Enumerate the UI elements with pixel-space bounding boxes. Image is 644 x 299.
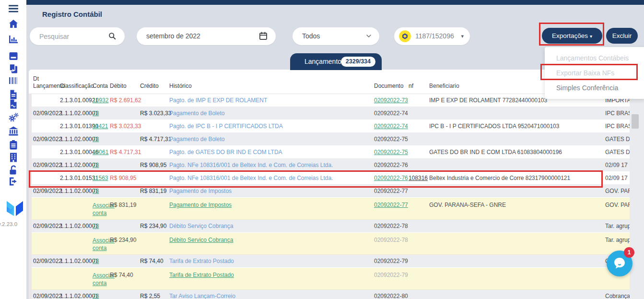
historico-text: Pagto. NFe 108316/001 de Beltex Ind. e C… [169, 162, 371, 168]
historico-text: Tarifa de Extrato Postado [169, 258, 371, 264]
table-row-selected[interactable]: 2.1.3.01.0153111563R$ 908,95Pagto. NFe 1… [29, 172, 644, 185]
documento-text: 02092022-79 [374, 258, 418, 264]
calendar-icon[interactable] [258, 31, 268, 41]
table-row[interactable]: 02/09/20221.1.1.02.0000178R$ 234,90Débit… [29, 220, 644, 233]
documento-text: 02092022-77 [374, 188, 418, 194]
table-body: 2.1.3.01.0092110932R$ 2.691,62Pagto. de … [29, 94, 644, 299]
status-filter-value: Todos [302, 27, 320, 45]
excluir-button[interactable]: Excluir [606, 28, 638, 44]
documento-text: 02092022-74 [374, 110, 418, 117]
historico-link[interactable]: Tarifa de Extrato Postado [169, 272, 371, 278]
settings-gears-icon[interactable] [8, 112, 19, 123]
bank-icon[interactable] [8, 125, 19, 137]
bank-logo-icon [398, 30, 411, 43]
documento-text: 02092022-79 [374, 272, 418, 278]
vertical-scrollbar-thumb[interactable] [632, 114, 639, 129]
conta-link[interactable]: 78 [93, 162, 120, 168]
tab-lancamentos[interactable]: Lançamentos 2329/334 [290, 53, 382, 70]
table-row[interactable]: AssociarcontaR$ 74,40Tarifa de Extrato P… [29, 268, 644, 290]
historico-text: Pagto. de IMP E EXP DE ROLAMENT [169, 97, 371, 104]
search-input[interactable] [39, 28, 109, 45]
caret-down-icon: ▾ [461, 27, 464, 45]
menu-icon[interactable] [8, 3, 19, 14]
status-filter-select[interactable]: Todos [293, 27, 379, 45]
table-row[interactable]: 2.1.3.01.0139011421R$ 3.023,33Pagto. de … [29, 120, 644, 133]
debito-value: R$ 74,40 [110, 272, 165, 278]
exportacoes-button-label: Exportações [552, 32, 588, 39]
documento-link[interactable]: 02092022-73 [374, 97, 418, 104]
menu-item-exportar-baixa-nfs[interactable]: Exportar Baixa NFs [545, 66, 644, 81]
documento-link[interactable]: 02092022-75 [374, 149, 418, 155]
chat-bubble-icon [612, 256, 627, 270]
documento-link[interactable]: 02092022-77 [374, 202, 418, 208]
app-logo [5, 198, 24, 219]
exportacoes-button[interactable]: Exportações▾ [542, 28, 602, 44]
lancamentos-table: Dt LançamentoClassificaçãoContaDébitoCré… [29, 70, 644, 299]
debito-value: R$ 234,90 [110, 237, 165, 243]
table-row[interactable]: 02/09/20221.1.1.02.0000178R$ 3.023,33Pag… [29, 107, 644, 120]
menu-item-simples-confer-ncia[interactable]: Simples Conferência [545, 81, 644, 96]
table-row[interactable]: 02/09/20221.1.1.02.0000178R$ 2,55Tar Avi… [29, 290, 644, 299]
historico-text: Pagamento de Boleto [169, 110, 371, 117]
table-row[interactable]: 02/09/20221.1.1.02.0000178R$ 908,95Pagto… [29, 159, 644, 172]
documento-text: 02092022-76 [374, 162, 418, 168]
clipboard-icon[interactable] [8, 139, 19, 151]
document-signature-icon[interactable] [8, 98, 19, 110]
table-row[interactable]: 02/09/20221.1.1.02.0000178R$ 831,19Pagam… [29, 185, 644, 198]
building-icon[interactable] [8, 152, 19, 163]
caret-down-icon: ▾ [590, 34, 592, 39]
documento-link[interactable]: 02092022-74 [374, 123, 418, 130]
debito-value: R$ 2.691,62 [110, 97, 165, 104]
debito-value: R$ 4.717,31 [110, 149, 165, 155]
conta-link[interactable]: 78 [93, 188, 120, 194]
historico-text: Pagto. de IPC B - I P CERTIFICADOS LTDA [169, 123, 371, 130]
table-row[interactable]: 02/09/20221.1.1.02.0000178R$ 4.717,31Pag… [29, 133, 644, 146]
copy-document-icon[interactable] [8, 63, 19, 74]
company-account-select[interactable]: 1187/152096 ▾ [394, 27, 470, 45]
search-pill [30, 27, 125, 45]
chart-icon[interactable] [8, 34, 19, 45]
unlock-icon[interactable] [8, 165, 19, 176]
historico-text: Pagamento de Boleto [169, 136, 371, 143]
column-header-hist: Histórico [169, 83, 371, 90]
export-menu: Lançamentos ContábeisExportar Baixa NFsS… [545, 47, 644, 99]
sidebar: v.2.23.0 [0, 0, 26, 299]
table-row[interactable]: 2.1.3.01.0004610061R$ 4.717,31Pagto. de … [29, 146, 644, 159]
historico-text: Pagto. de GATES DO BR IND E COM LTDA [169, 149, 371, 155]
tab-count-badge: 2329/334 [341, 57, 375, 67]
month-picker[interactable]: setembro de 2022 [137, 27, 276, 45]
version-text: v.2.23.0 [0, 221, 17, 227]
documento-text: 02092022-78 [374, 237, 418, 243]
beneficiario-cell: GOV. PARANA-SEFA - GNRE [429, 202, 602, 208]
table-row[interactable]: AssociarcontaR$ 831,19Pagamento de Impos… [29, 198, 644, 220]
chat-unread-badge: 1 [624, 247, 634, 258]
month-picker-value: setembro de 2022 [146, 27, 200, 45]
tab-label: Lançamentos [304, 53, 345, 70]
historico-link[interactable]: Débito Servico Cobrança [169, 237, 371, 243]
debito-value: R$ 908,95 [110, 175, 165, 181]
debito-value: R$ 3.023,33 [110, 123, 165, 130]
menu-item-lan-amentos-cont-beis[interactable]: Lançamentos Contábeis [545, 51, 644, 66]
excluir-button-label: Excluir [612, 32, 632, 39]
historico-link[interactable]: Pagamento de Impostos [169, 202, 371, 208]
beneficiario-cell: GATES DO BR IND E COM LTDA 6108380400019… [429, 149, 602, 155]
home-icon[interactable] [8, 18, 19, 30]
beneficiario-cell: IPC B - I P CERTIFICADOS LTDA 9520471000… [429, 123, 602, 130]
search-icon[interactable] [107, 31, 117, 41]
page-title: Registro Contábil [42, 10, 102, 18]
conta-link[interactable]: 78 [93, 258, 120, 264]
ledger-icon[interactable] [8, 50, 19, 62]
historico-text: Pagamento de Impostos [169, 188, 371, 194]
historico-text: Tar Aviso Lançam-Correio [169, 293, 371, 299]
barcode-icon[interactable] [8, 75, 19, 86]
conta-link[interactable]: 78 [93, 136, 120, 143]
logout-icon[interactable] [8, 176, 19, 187]
historico-text: Pagto. NFe 108316/001 de Beltex Ind. e C… [169, 175, 371, 181]
table-row[interactable]: 02/09/20221.1.1.02.0000178R$ 74,40Tarifa… [29, 255, 644, 268]
conta-link[interactable]: 78 [93, 223, 120, 229]
conta-link[interactable]: 78 [93, 293, 120, 299]
conta-link[interactable]: 78 [93, 110, 120, 117]
historico-text: Débito Serviço Cobrança [169, 223, 371, 229]
table-row[interactable]: AssociarcontaR$ 234,90Débito Servico Cob… [29, 233, 644, 255]
top-navbar [26, 0, 644, 5]
